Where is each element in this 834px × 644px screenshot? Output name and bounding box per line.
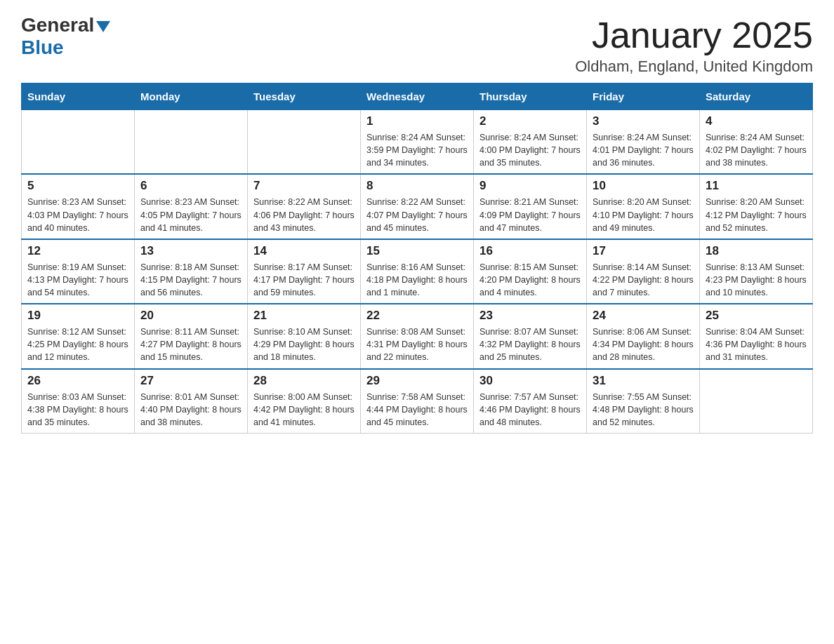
day-number: 24 xyxy=(593,309,694,323)
day-info: Sunrise: 8:23 AM Sunset: 4:03 PM Dayligh… xyxy=(27,196,128,234)
calendar-cell: 17Sunrise: 8:14 AM Sunset: 4:22 PM Dayli… xyxy=(587,239,700,304)
day-number: 30 xyxy=(479,374,581,388)
day-info: Sunrise: 8:00 AM Sunset: 4:42 PM Dayligh… xyxy=(253,391,355,429)
day-info: Sunrise: 8:21 AM Sunset: 4:09 PM Dayligh… xyxy=(479,196,581,234)
calendar-cell: 10Sunrise: 8:20 AM Sunset: 4:10 PM Dayli… xyxy=(587,174,700,239)
title-section: January 2025 Oldham, England, United Kin… xyxy=(575,14,813,76)
weekday-header-friday: Friday xyxy=(587,83,700,110)
calendar-cell: 19Sunrise: 8:12 AM Sunset: 4:25 PM Dayli… xyxy=(22,304,135,368)
weekday-header-sunday: Sunday xyxy=(22,83,135,110)
calendar-header-row: SundayMondayTuesdayWednesdayThursdayFrid… xyxy=(22,83,813,110)
day-number: 9 xyxy=(479,179,581,193)
day-info: Sunrise: 8:20 AM Sunset: 4:10 PM Dayligh… xyxy=(593,196,694,234)
calendar-cell: 2Sunrise: 8:24 AM Sunset: 4:00 PM Daylig… xyxy=(474,110,587,175)
logo-blue-text: Blue xyxy=(21,36,64,59)
day-info: Sunrise: 8:17 AM Sunset: 4:17 PM Dayligh… xyxy=(253,261,355,299)
calendar-cell: 23Sunrise: 8:07 AM Sunset: 4:32 PM Dayli… xyxy=(474,304,587,368)
calendar-cell xyxy=(700,369,813,434)
day-info: Sunrise: 8:13 AM Sunset: 4:23 PM Dayligh… xyxy=(706,261,807,299)
calendar-cell: 15Sunrise: 8:16 AM Sunset: 4:18 PM Dayli… xyxy=(361,239,474,304)
day-number: 19 xyxy=(27,309,128,323)
day-number: 5 xyxy=(27,179,128,193)
day-info: Sunrise: 8:01 AM Sunset: 4:40 PM Dayligh… xyxy=(140,391,241,429)
logo-general: General xyxy=(21,14,110,36)
calendar-cell xyxy=(22,110,135,175)
calendar-cell: 1Sunrise: 8:24 AM Sunset: 3:59 PM Daylig… xyxy=(361,110,474,175)
day-info: Sunrise: 8:24 AM Sunset: 4:01 PM Dayligh… xyxy=(593,131,694,169)
page-header: General Blue January 2025 Oldham, Englan… xyxy=(21,14,813,76)
day-info: Sunrise: 8:19 AM Sunset: 4:13 PM Dayligh… xyxy=(27,261,128,299)
day-number: 26 xyxy=(27,374,128,388)
day-info: Sunrise: 8:04 AM Sunset: 4:36 PM Dayligh… xyxy=(706,326,807,363)
day-number: 18 xyxy=(706,244,807,258)
day-number: 3 xyxy=(593,114,694,128)
calendar-cell: 30Sunrise: 7:57 AM Sunset: 4:46 PM Dayli… xyxy=(474,369,587,434)
logo-general-text: General xyxy=(21,14,94,36)
day-number: 14 xyxy=(253,244,355,258)
calendar-cell: 7Sunrise: 8:22 AM Sunset: 4:06 PM Daylig… xyxy=(248,174,361,239)
day-number: 27 xyxy=(140,374,241,388)
calendar-cell: 29Sunrise: 7:58 AM Sunset: 4:44 PM Dayli… xyxy=(361,369,474,434)
calendar-cell: 24Sunrise: 8:06 AM Sunset: 4:34 PM Dayli… xyxy=(587,304,700,368)
day-number: 12 xyxy=(27,244,128,258)
day-number: 25 xyxy=(706,309,807,323)
weekday-header-monday: Monday xyxy=(135,83,248,110)
calendar-cell: 12Sunrise: 8:19 AM Sunset: 4:13 PM Dayli… xyxy=(22,239,135,304)
calendar-cell: 13Sunrise: 8:18 AM Sunset: 4:15 PM Dayli… xyxy=(135,239,248,304)
day-number: 22 xyxy=(366,309,468,323)
day-number: 1 xyxy=(366,114,468,128)
calendar-cell: 6Sunrise: 8:23 AM Sunset: 4:05 PM Daylig… xyxy=(135,174,248,239)
day-number: 8 xyxy=(366,179,468,193)
day-number: 31 xyxy=(593,374,694,388)
day-number: 29 xyxy=(366,374,468,388)
day-info: Sunrise: 8:22 AM Sunset: 4:06 PM Dayligh… xyxy=(253,196,355,234)
calendar-cell: 11Sunrise: 8:20 AM Sunset: 4:12 PM Dayli… xyxy=(700,174,813,239)
day-number: 13 xyxy=(140,244,241,258)
day-number: 6 xyxy=(140,179,241,193)
calendar-cell xyxy=(248,110,361,175)
calendar-cell: 5Sunrise: 8:23 AM Sunset: 4:03 PM Daylig… xyxy=(22,174,135,239)
calendar-cell: 28Sunrise: 8:00 AM Sunset: 4:42 PM Dayli… xyxy=(248,369,361,434)
calendar-cell: 14Sunrise: 8:17 AM Sunset: 4:17 PM Dayli… xyxy=(248,239,361,304)
day-number: 16 xyxy=(479,244,581,258)
calendar-cell: 22Sunrise: 8:08 AM Sunset: 4:31 PM Dayli… xyxy=(361,304,474,368)
calendar-cell: 16Sunrise: 8:15 AM Sunset: 4:20 PM Dayli… xyxy=(474,239,587,304)
day-info: Sunrise: 8:06 AM Sunset: 4:34 PM Dayligh… xyxy=(593,326,694,363)
day-info: Sunrise: 8:08 AM Sunset: 4:31 PM Dayligh… xyxy=(366,326,468,363)
logo-arrow-icon xyxy=(96,21,110,32)
day-info: Sunrise: 8:22 AM Sunset: 4:07 PM Dayligh… xyxy=(366,196,468,234)
day-info: Sunrise: 8:24 AM Sunset: 4:02 PM Dayligh… xyxy=(706,131,807,169)
calendar-week-row: 12Sunrise: 8:19 AM Sunset: 4:13 PM Dayli… xyxy=(22,239,813,304)
day-info: Sunrise: 8:18 AM Sunset: 4:15 PM Dayligh… xyxy=(140,261,241,299)
calendar-cell: 4Sunrise: 8:24 AM Sunset: 4:02 PM Daylig… xyxy=(700,110,813,175)
calendar-cell: 9Sunrise: 8:21 AM Sunset: 4:09 PM Daylig… xyxy=(474,174,587,239)
calendar-subtitle: Oldham, England, United Kingdom xyxy=(575,58,813,76)
day-info: Sunrise: 8:11 AM Sunset: 4:27 PM Dayligh… xyxy=(140,326,241,363)
day-number: 21 xyxy=(253,309,355,323)
weekday-header-saturday: Saturday xyxy=(700,83,813,110)
weekday-header-wednesday: Wednesday xyxy=(361,83,474,110)
calendar-table: SundayMondayTuesdayWednesdayThursdayFrid… xyxy=(21,83,813,434)
day-info: Sunrise: 8:24 AM Sunset: 4:00 PM Dayligh… xyxy=(479,131,581,169)
day-info: Sunrise: 7:55 AM Sunset: 4:48 PM Dayligh… xyxy=(593,391,694,429)
calendar-cell: 18Sunrise: 8:13 AM Sunset: 4:23 PM Dayli… xyxy=(700,239,813,304)
calendar-week-row: 19Sunrise: 8:12 AM Sunset: 4:25 PM Dayli… xyxy=(22,304,813,368)
day-number: 17 xyxy=(593,244,694,258)
day-info: Sunrise: 8:24 AM Sunset: 3:59 PM Dayligh… xyxy=(366,131,468,169)
day-info: Sunrise: 7:57 AM Sunset: 4:46 PM Dayligh… xyxy=(479,391,581,429)
day-info: Sunrise: 7:58 AM Sunset: 4:44 PM Dayligh… xyxy=(366,391,468,429)
logo: General Blue xyxy=(21,14,110,59)
calendar-cell: 20Sunrise: 8:11 AM Sunset: 4:27 PM Dayli… xyxy=(135,304,248,368)
calendar-cell: 8Sunrise: 8:22 AM Sunset: 4:07 PM Daylig… xyxy=(361,174,474,239)
day-info: Sunrise: 8:15 AM Sunset: 4:20 PM Dayligh… xyxy=(479,261,581,299)
day-number: 20 xyxy=(140,309,241,323)
weekday-header-thursday: Thursday xyxy=(474,83,587,110)
calendar-cell: 3Sunrise: 8:24 AM Sunset: 4:01 PM Daylig… xyxy=(587,110,700,175)
day-number: 7 xyxy=(253,179,355,193)
calendar-cell: 26Sunrise: 8:03 AM Sunset: 4:38 PM Dayli… xyxy=(22,369,135,434)
day-info: Sunrise: 8:16 AM Sunset: 4:18 PM Dayligh… xyxy=(366,261,468,299)
day-number: 10 xyxy=(593,179,694,193)
calendar-cell: 31Sunrise: 7:55 AM Sunset: 4:48 PM Dayli… xyxy=(587,369,700,434)
day-info: Sunrise: 8:10 AM Sunset: 4:29 PM Dayligh… xyxy=(253,326,355,363)
calendar-week-row: 26Sunrise: 8:03 AM Sunset: 4:38 PM Dayli… xyxy=(22,369,813,434)
